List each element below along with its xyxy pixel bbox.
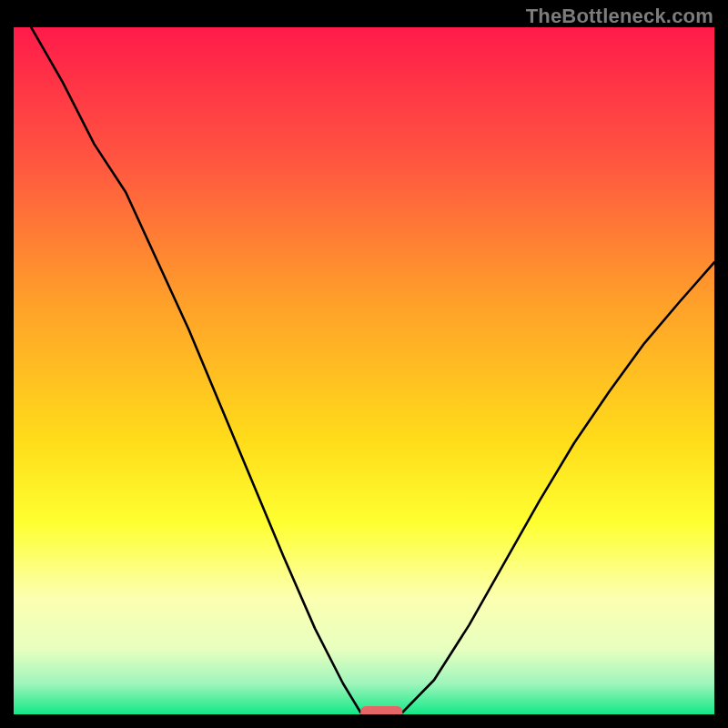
chart-marker [360, 706, 402, 714]
chart-frame: TheBottleneck.com [0, 0, 728, 728]
watermark-text: TheBottleneck.com [526, 5, 713, 28]
chart-plot-area [14, 27, 714, 714]
chart-svg [14, 27, 714, 714]
chart-background-gradient [14, 27, 714, 714]
